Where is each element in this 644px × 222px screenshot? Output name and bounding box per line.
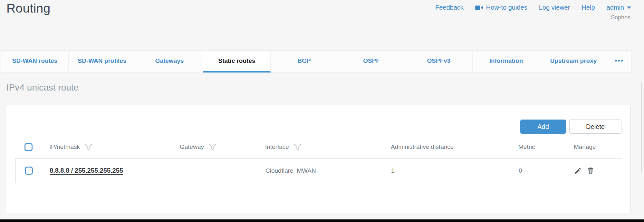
help-link[interactable]: Help xyxy=(582,4,595,11)
tab-gateways[interactable]: Gateways xyxy=(136,51,203,72)
video-camera-icon xyxy=(475,5,483,11)
route-interface-value: Cloudflare_MWAN xyxy=(265,167,316,174)
account-name: Sophos xyxy=(611,14,630,21)
tab-bgp[interactable]: BGP xyxy=(271,51,338,72)
table-row: 8.8.8.8 / 255.255.255.255 Cloudflare_MWA… xyxy=(15,158,622,183)
utility-nav: Feedback How-to guides Log viewer Help a… xyxy=(435,4,631,11)
column-header-manage: Manage xyxy=(574,143,596,150)
column-header-ip-netmask-label: IP/netmask xyxy=(49,143,80,150)
log-viewer-link[interactable]: Log viewer xyxy=(539,4,570,11)
admin-menu-label: admin xyxy=(607,4,624,11)
tab-static-routes[interactable]: Static routes xyxy=(203,51,271,72)
column-header-metric: Metric xyxy=(518,143,535,150)
help-label: Help xyxy=(582,4,595,11)
how-to-guides-label: How-to guides xyxy=(486,4,527,11)
chevron-down-icon xyxy=(627,6,631,9)
tab-overflow-menu[interactable]: ••• xyxy=(607,51,631,72)
tab-ospfv3[interactable]: OSPFv3 xyxy=(405,51,473,72)
route-administrative-distance-value: 1 xyxy=(391,167,395,174)
trash-icon[interactable] xyxy=(587,167,594,175)
manage-actions xyxy=(574,167,594,175)
route-metric-value: 0 xyxy=(519,167,522,174)
column-header-gateway-label: Gateway xyxy=(180,143,204,150)
tab-ospf[interactable]: OSPF xyxy=(338,51,405,72)
log-viewer-label: Log viewer xyxy=(539,4,570,11)
tab-sd-wan-routes[interactable]: SD-WAN routes xyxy=(1,51,69,72)
tab-information[interactable]: Information xyxy=(473,51,540,72)
column-header-administrative-distance: Administrative distance xyxy=(391,143,454,150)
select-all-checkbox[interactable] xyxy=(24,143,33,151)
add-button[interactable]: Add xyxy=(520,120,566,134)
static-routes-card: Add Delete IP/netmask Ga xyxy=(6,105,631,213)
column-header-gateway: Gateway xyxy=(180,143,216,151)
table-toolbar: Add Delete xyxy=(520,120,621,134)
delete-button[interactable]: Delete xyxy=(569,120,621,134)
scrollbar-thumb[interactable] xyxy=(641,82,642,172)
filter-icon[interactable] xyxy=(208,143,216,151)
filter-icon[interactable] xyxy=(293,143,302,151)
tab-upstream-proxy[interactable]: Upstream proxy xyxy=(540,51,607,72)
column-header-ip-netmask: IP/netmask xyxy=(49,143,92,151)
page-title: Routing xyxy=(6,1,51,15)
admin-menu[interactable]: admin xyxy=(607,4,631,11)
filter-icon[interactable] xyxy=(84,143,92,151)
column-header-interface-label: Interface xyxy=(265,143,289,150)
feedback-link[interactable]: Feedback xyxy=(435,4,464,11)
section-heading: IPv4 unicast route xyxy=(6,82,79,93)
row-checkbox[interactable] xyxy=(25,167,33,175)
tab-bar: SD-WAN routes SD-WAN profiles Gateways S… xyxy=(1,50,631,73)
window-bottom-edge xyxy=(0,219,644,222)
tab-sd-wan-profiles[interactable]: SD-WAN profiles xyxy=(69,51,136,72)
how-to-guides-link[interactable]: How-to guides xyxy=(475,4,527,11)
column-header-interface: Interface xyxy=(265,143,302,151)
routing-page: Routing Feedback How-to guides Log viewe… xyxy=(0,0,644,222)
feedback-link-label: Feedback xyxy=(435,4,464,11)
route-ip-netmask-link[interactable]: 8.8.8.8 / 255.255.255.255 xyxy=(50,167,123,174)
edit-pencil-icon[interactable] xyxy=(574,167,582,175)
table-header: IP/netmask Gateway xyxy=(15,138,622,156)
